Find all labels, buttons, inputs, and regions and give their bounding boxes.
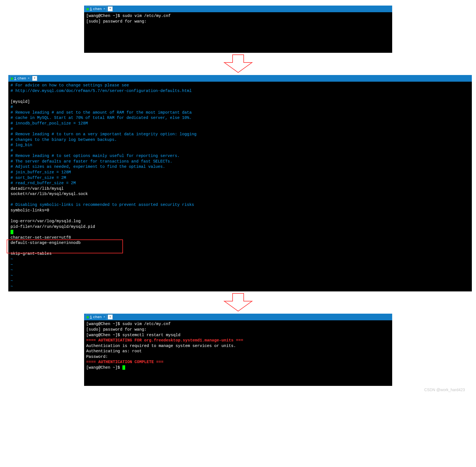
tab-close-icon[interactable]: ×	[103, 7, 105, 11]
page-container: 1 chen × + [wang@Chen ~]$ sudo vim /etc/…	[0, 6, 476, 386]
config-line: character-set-server=utf8	[11, 235, 71, 240]
config-comment: #	[11, 148, 13, 153]
terminal-window-3: 1 chen × + [wang@Chen ~]$ sudo vim /etc/…	[84, 314, 392, 386]
tab-close-icon[interactable]: ×	[27, 76, 30, 81]
cursor-icon	[122, 365, 125, 370]
config-comment: # http://dev.mysql.com/doc/refman/5.7/en…	[11, 89, 192, 93]
config-comment: # log_bin	[11, 143, 32, 147]
config-comment: # cache in MySQL. Start at 70% of total …	[11, 116, 192, 120]
tab-status-icon	[87, 8, 89, 10]
arrow-down-1	[219, 53, 258, 75]
vim-tilde: ~	[11, 268, 13, 272]
tab-index: 1	[14, 76, 16, 81]
tab-bar: 1 chen × +	[84, 6, 392, 12]
prompt: [wang@Chen ~]$	[86, 333, 123, 337]
config-comment: # For advice on how to change settings p…	[11, 83, 129, 88]
config-line: symbolic-links=0	[11, 208, 49, 213]
config-line: pid-file=/var/run/mysqld/mysqld.pid	[11, 224, 95, 229]
arrow-down-icon	[219, 293, 258, 312]
config-comment: #	[11, 127, 13, 131]
output-line: Authenticating as: root	[86, 349, 142, 353]
tab-chen[interactable]: 1 chen ×	[86, 6, 107, 12]
tab-label: chen	[93, 7, 102, 12]
vim-tilde: ~	[11, 263, 13, 267]
config-section: [mysqld]	[11, 99, 30, 104]
prompt: [wang@Chen ~]$	[86, 365, 123, 370]
tab-chen[interactable]: 1 chen ×	[86, 314, 107, 320]
output-line: Authentication is required to manage sys…	[86, 344, 236, 348]
config-comment: # sort_buffer_size = 2M	[11, 176, 66, 180]
config-comment: # Disabling symbolic-links is recommende…	[11, 203, 194, 207]
tab-close-icon[interactable]: ×	[103, 315, 105, 319]
terminal-window-1: 1 chen × + [wang@Chen ~]$ sudo vim /etc/…	[84, 6, 392, 53]
auth-complete: ==== AUTHENTICATION COMPLETE ===	[86, 360, 163, 364]
tab-status-icon	[87, 316, 89, 318]
config-line: log-error=/var/log/mysqld.log	[11, 219, 80, 223]
tab-bar: 1 chen × +	[8, 75, 472, 82]
config-line: socket=/var/lib/mysql/mysql.sock	[11, 192, 88, 196]
vim-tilde: ~	[11, 257, 13, 261]
new-tab-button[interactable]: +	[108, 314, 113, 319]
config-comment: # read_rnd_buffer_size = 2M	[11, 181, 76, 185]
config-line: skip-grant-tables	[11, 251, 52, 256]
terminal-body-1[interactable]: [wang@Chen ~]$ sudo vim /etc/my.cnf [sud…	[84, 12, 392, 26]
arrow-down-2	[219, 291, 258, 314]
cursor-icon	[11, 230, 13, 234]
auth-header: ==== AUTHENTICATING FOR org.freedesktop.…	[86, 338, 243, 343]
vim-tilde: ~	[11, 273, 13, 278]
tab-index: 1	[90, 7, 92, 12]
command-text: systemctl restart mysqld	[122, 333, 180, 337]
tab-label: chen	[17, 76, 26, 81]
config-comment: # join_buffer_size = 128M	[11, 170, 71, 174]
config-comment: #	[11, 105, 13, 109]
config-comment: # Remove leading # and set to the amount…	[11, 110, 192, 115]
tab-status-icon	[11, 78, 13, 80]
vim-tilde: ~	[11, 279, 13, 283]
terminal-body-3[interactable]: [wang@Chen ~]$ sudo vim /etc/my.cnf [sud…	[84, 320, 392, 373]
config-comment: # Remove leading # to set options mainly…	[11, 154, 180, 158]
config-comment: # innodb_buffer_pool_size = 128M	[11, 121, 88, 126]
config-line: datadir=/var/lib/mysql	[11, 186, 64, 191]
watermark: CSDN @work_hard423	[0, 386, 476, 398]
prompt: [wang@Chen ~]$	[86, 14, 123, 18]
command-text: sudo vim /etc/my.cnf	[122, 322, 171, 326]
new-tab-button[interactable]: +	[32, 76, 37, 81]
config-comment: # Adjust sizes as needed, experiment to …	[11, 164, 165, 169]
config-line: default-storage-engine=innodb	[11, 241, 80, 245]
terminal-body-2[interactable]: # For advice on how to change settings p…	[8, 82, 472, 291]
new-tab-button[interactable]: +	[108, 6, 113, 11]
config-comment: # The server defaults are faster for tra…	[11, 159, 172, 164]
output-line: [sudo] password for wang:	[86, 19, 147, 24]
tab-label: chen	[93, 315, 102, 320]
terminal-window-2: 1 chen × + # For advice on how to change…	[8, 75, 472, 291]
command-text: sudo vim /etc/my.cnf	[122, 14, 171, 18]
output-line: Password:	[86, 354, 110, 359]
config-comment: # changes to the binary log between back…	[11, 138, 117, 142]
tab-bar: 1 chen × +	[84, 314, 392, 320]
tab-index: 1	[90, 315, 92, 320]
tab-chen[interactable]: 1 chen ×	[10, 76, 31, 81]
vim-tilde: ~	[11, 284, 13, 289]
config-comment: # Remove leading # to turn on a very imp…	[11, 132, 197, 136]
arrow-down-icon	[219, 54, 258, 74]
prompt: [wang@Chen ~]$	[86, 322, 123, 326]
output-line: [sudo] password for wang:	[86, 327, 147, 332]
